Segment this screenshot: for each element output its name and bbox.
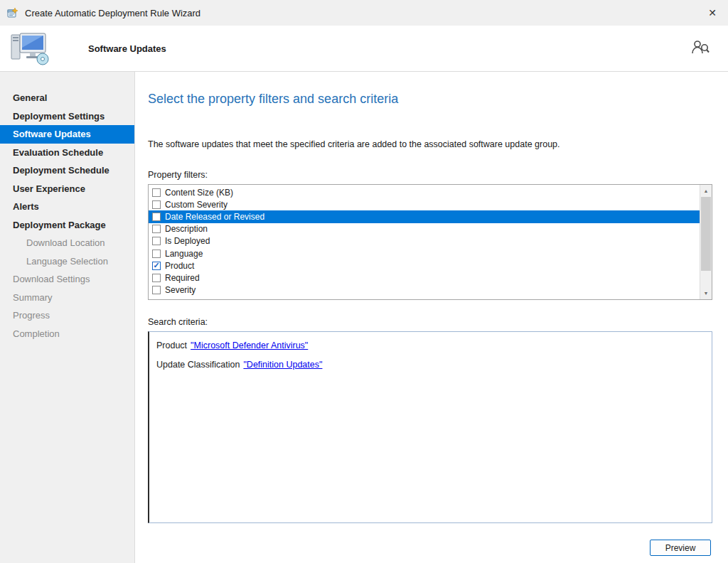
checkbox-icon[interactable] bbox=[152, 286, 161, 294]
filter-label: Is Deployed bbox=[165, 236, 210, 246]
checkbox-icon[interactable] bbox=[152, 250, 161, 258]
sidebar-item-download-settings: Download Settings bbox=[0, 270, 134, 289]
close-icon[interactable]: ✕ bbox=[697, 0, 728, 26]
criteria-prefix: Update Classification bbox=[156, 360, 240, 370]
filter-label: Product bbox=[165, 261, 194, 271]
checkbox-icon[interactable] bbox=[152, 213, 161, 221]
property-filters-label: Property filters: bbox=[148, 170, 712, 180]
criteria-line-update-classification: Update Classification"Definition Updates… bbox=[156, 360, 705, 370]
filter-label: Required bbox=[165, 273, 200, 283]
scroll-down-icon[interactable]: ▼ bbox=[700, 287, 712, 299]
checkbox-icon[interactable] bbox=[152, 274, 161, 282]
scrollbar-thumb[interactable] bbox=[701, 197, 711, 271]
filter-row-language[interactable]: Language bbox=[149, 247, 700, 259]
vertical-scrollbar[interactable]: ▲ ▼ bbox=[700, 185, 712, 299]
criteria-line-product: Product"Microsoft Defender Antivirus" bbox=[156, 341, 705, 350]
filter-row-custom-severity[interactable]: Custom Severity bbox=[149, 198, 700, 210]
sidebar-item-evaluation-schedule[interactable]: Evaluation Schedule bbox=[0, 144, 134, 162]
checkbox-icon[interactable] bbox=[152, 225, 161, 233]
criteria-link-product-value[interactable]: "Microsoft Defender Antivirus" bbox=[191, 341, 308, 350]
sidebar-item-language-selection: Language Selection bbox=[0, 252, 134, 271]
sidebar-item-completion: Completion bbox=[0, 325, 134, 343]
filter-row-date-released[interactable]: Date Released or Revised bbox=[149, 210, 700, 222]
filter-label: Date Released or Revised bbox=[165, 212, 264, 222]
sidebar-item-summary: Summary bbox=[0, 289, 134, 307]
sidebar-item-deployment-settings[interactable]: Deployment Settings bbox=[0, 107, 134, 126]
sidebar-item-software-updates[interactable]: Software Updates bbox=[0, 125, 134, 144]
property-filters-rows: Content Size (KB) Custom Severity Date R… bbox=[149, 185, 700, 299]
checkbox-icon[interactable] bbox=[152, 200, 161, 209]
filter-label: Description bbox=[165, 224, 208, 234]
checkbox-icon[interactable] bbox=[152, 237, 161, 245]
page-title: Select the property filters and search c… bbox=[148, 92, 712, 107]
sidebar-item-general[interactable]: General bbox=[0, 89, 134, 107]
filter-row-required[interactable]: Required bbox=[149, 272, 700, 284]
page-description: The software updates that meet the speci… bbox=[148, 139, 712, 149]
filter-row-is-deployed[interactable]: Is Deployed bbox=[149, 235, 700, 247]
software-updates-icon bbox=[9, 31, 53, 66]
filter-label: Content Size (KB) bbox=[165, 188, 233, 198]
search-criteria-box: Product"Microsoft Defender Antivirus" Up… bbox=[148, 331, 712, 523]
scroll-up-icon[interactable]: ▲ bbox=[700, 185, 712, 197]
filter-label: Custom Severity bbox=[165, 200, 228, 210]
sidebar-item-deployment-package[interactable]: Deployment Package bbox=[0, 216, 134, 235]
filter-row-description[interactable]: Description bbox=[149, 223, 700, 235]
filter-row-content-size[interactable]: Content Size (KB) bbox=[149, 186, 700, 198]
search-criteria-label: Search criteria: bbox=[148, 317, 712, 327]
filter-row-severity[interactable]: Severity bbox=[149, 284, 700, 296]
checkbox-checked-icon[interactable]: ✓ bbox=[152, 262, 161, 270]
preview-button[interactable]: Preview bbox=[650, 540, 711, 556]
window-title: Create Automatic Deployment Rule Wizard bbox=[25, 8, 697, 18]
scrollbar-track[interactable] bbox=[700, 197, 712, 287]
wizard-header: Software Updates bbox=[0, 26, 728, 72]
user-search-icon bbox=[691, 39, 710, 58]
checkbox-icon[interactable] bbox=[152, 188, 161, 197]
header-title: Software Updates bbox=[88, 43, 166, 54]
sidebar-item-progress: Progress bbox=[0, 306, 134, 325]
wizard-body: General Deployment Settings Software Upd… bbox=[0, 72, 728, 563]
criteria-prefix: Product bbox=[156, 341, 187, 350]
title-bar: Create Automatic Deployment Rule Wizard … bbox=[0, 0, 728, 26]
property-filters-listbox: Content Size (KB) Custom Severity Date R… bbox=[148, 184, 712, 300]
wizard-icon bbox=[7, 7, 18, 18]
criteria-link-classification-value[interactable]: "Definition Updates" bbox=[243, 360, 322, 370]
sidebar-item-user-experience[interactable]: User Experience bbox=[0, 180, 134, 198]
sidebar-item-deployment-schedule[interactable]: Deployment Schedule bbox=[0, 161, 134, 180]
filter-label: Severity bbox=[165, 285, 196, 295]
sidebar-item-alerts[interactable]: Alerts bbox=[0, 198, 134, 216]
filter-row-product[interactable]: ✓ Product bbox=[149, 259, 700, 272]
main-panel: Select the property filters and search c… bbox=[135, 72, 728, 563]
wizard-steps-sidebar: General Deployment Settings Software Upd… bbox=[0, 72, 135, 563]
filter-label: Language bbox=[165, 249, 203, 259]
sidebar-item-download-location: Download Location bbox=[0, 234, 134, 252]
check-icon: ✓ bbox=[153, 262, 159, 269]
